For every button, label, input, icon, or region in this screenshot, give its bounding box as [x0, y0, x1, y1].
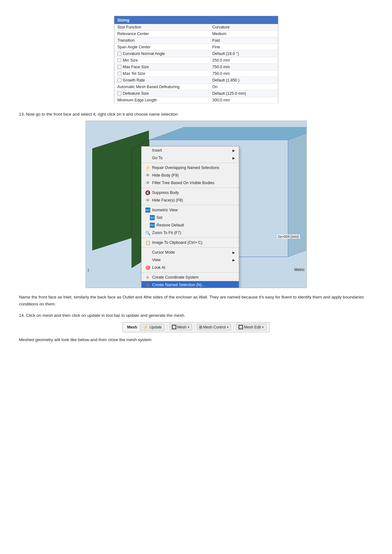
ctx-item-restore_default[interactable]: ISORestore Default [142, 221, 239, 229]
sizing-row-label: Curvature Normal Angle [114, 51, 209, 57]
context-menu-screenshot: + InsertGo To⚡Repair Overlapping Named S… [86, 121, 307, 288]
ctx-item-hide_body[interactable]: 👁Hide Body (F9) [142, 172, 239, 179]
empty-icon [145, 250, 150, 255]
empty-icon [145, 257, 150, 262]
ctx-item-goto[interactable]: Go To [142, 154, 239, 162]
filter-icon: 👁 [145, 180, 150, 185]
ctx-item-label: Filter Tree Based On Visible Bodies [152, 181, 214, 185]
step13-text: 13. Now go to the front face and select … [19, 111, 373, 117]
toolbar-sep2 [194, 324, 195, 330]
ctx-item-label: Look At [152, 265, 166, 270]
ctx-menu-separator [142, 272, 239, 273]
suppress-icon: 🔇 [145, 190, 150, 195]
hide-body-icon: 👁 [145, 173, 150, 178]
sizing-row-value: 250.0 mm [209, 57, 278, 64]
image-icon: 📋 [145, 240, 150, 245]
metric-label: Metric [294, 268, 305, 272]
ctx-item-repair[interactable]: ⚡Repair Overlapping Named Selections [142, 164, 239, 172]
ctx-item-suppress[interactable]: 🔇Suppress Body [142, 189, 239, 196]
ctx-item-label: Set [157, 215, 163, 220]
mesh-dropdown[interactable]: 🔲 Mesh ▼ [169, 324, 192, 330]
ctx-item-hide_face[interactable]: 👁Hide Face(s) (F8) [142, 196, 239, 204]
named-icon: ⊕ [145, 282, 150, 287]
sizing-row-label: Max Tet Size [114, 70, 209, 77]
restore-icon: ISO [150, 223, 155, 228]
iso-label: 1 [87, 268, 89, 272]
sizing-checkbox[interactable] [118, 92, 121, 95]
sizing-row-value: Medium [209, 31, 278, 37]
ctx-item-insert[interactable]: Insert [142, 147, 239, 154]
empty-icon [145, 148, 150, 153]
sizing-row-value: Fast [209, 37, 278, 44]
sizing-row-label: Defeature Size [114, 90, 209, 97]
sizing-table-header: Sizing [114, 16, 278, 24]
sizing-checkbox[interactable] [118, 65, 121, 69]
mesh-control-label: Mesh Control [203, 325, 226, 329]
sizing-table-section: Sizing Size FunctionCurvatureRelevance C… [114, 16, 278, 104]
lookat-icon: 🎯 [145, 265, 150, 270]
ctx-menu-separator [142, 247, 239, 248]
mesh-control-arrow: ▼ [226, 326, 229, 329]
ctx-item-zoom_to_fit[interactable]: 🔍Zoom To Fit (F7) [142, 229, 239, 237]
sizing-checkbox[interactable] [118, 72, 121, 75]
isometric-icon: ISO [145, 208, 150, 213]
step14-text: 14. Click on mesh and then click on upda… [19, 312, 373, 319]
ctx-item-label: Create Named Selection (N)... [152, 283, 205, 287]
ctx-item-label: Go To [152, 156, 163, 160]
mesh-edit-dropdown[interactable]: 🔲 Mesh Edit ▼ [236, 324, 266, 330]
mesh-dropdown-label: Mesh [177, 325, 186, 329]
toolbar-sep1 [167, 324, 167, 330]
ctx-menu-separator [142, 163, 239, 163]
ctx-item-label: Hide Face(s) (F8) [152, 198, 183, 202]
sizing-row-value: 300.0 mm [209, 97, 278, 104]
ctx-menu-separator [142, 205, 239, 205]
ctx-item-create_coord[interactable]: ✛Create Coordinate System [142, 274, 239, 281]
ctx-item-label: Cursor Mode [152, 250, 175, 255]
mesh-dropdown-arrow: ▼ [187, 326, 190, 329]
update-icon: ⚡ [143, 325, 148, 330]
mesh-edit-label: Mesh Edit [244, 325, 261, 329]
sizing-row-value: On [209, 84, 278, 90]
ctx-menu-separator [142, 188, 239, 188]
zoom-icon: 🔍 [145, 230, 150, 235]
ctx-item-create_named[interactable]: ⊕Create Named Selection (N)... [142, 281, 239, 288]
ctx-item-label: Create Coordinate System [152, 275, 199, 280]
cross-icon: + [135, 194, 138, 200]
mesh-control-dropdown[interactable]: ⊞ Mesh Control ▼ [197, 324, 231, 330]
mesh-toolbar: Mesh ⚡ Update 🔲 Mesh ▼ ⊞ Mesh Control ▼ … [123, 322, 269, 332]
ctx-item-label: Restore Default [157, 223, 184, 227]
sizing-row-label: Growth Rate [114, 77, 209, 84]
ctx-item-cursor_mode[interactable]: Cursor Mode [142, 249, 239, 256]
sizing-checkbox[interactable] [118, 52, 121, 56]
sizing-row-label: Relevance Center [114, 31, 209, 37]
ctx-menu-separator [142, 238, 239, 238]
sizing-row-label: Automatic Mesh Based Defeaturing [114, 84, 209, 90]
mesh-edit-icon: 🔲 [238, 325, 243, 329]
sizing-row-value: Fine [209, 44, 278, 51]
measure-label: 2e+004 (mm) [277, 234, 300, 239]
update-button[interactable]: ⚡ Update [140, 324, 165, 331]
ctx-item-image_clipboard[interactable]: 📋Image To Clipboard (Ctrl+ C) [142, 239, 239, 246]
sizing-checkbox[interactable] [118, 78, 121, 82]
mesh-control-icon: ⊞ [199, 325, 202, 329]
empty-icon [145, 155, 150, 160]
ctx-item-isometric[interactable]: ISOIsometric View [142, 206, 239, 214]
ctx-item-iso_set[interactable]: ISOSet [142, 214, 239, 221]
ctx-item-label: Zoom To Fit (F7) [152, 231, 181, 235]
sizing-checkbox[interactable] [118, 58, 121, 62]
hide-face-icon: 👁 [145, 198, 150, 203]
coord-icon: ✛ [145, 275, 150, 280]
sizing-row-label: Minimum Edge Length [114, 97, 209, 104]
sizing-row-label: Span Angle Center [114, 44, 209, 51]
ctx-item-view[interactable]: View [142, 256, 239, 264]
sizing-table: Sizing Size FunctionCurvatureRelevance C… [114, 16, 278, 104]
ctx-item-filter_tree[interactable]: 👁Filter Tree Based On Visible Bodies [142, 179, 239, 187]
sizing-row-label: Min Size [114, 57, 209, 64]
sizing-row-label: Transition [114, 37, 209, 44]
ctx-item-label: Insert [152, 148, 162, 153]
toolbar-sep3 [233, 324, 234, 330]
ctx-item-label: Isometric View [152, 208, 178, 212]
mesh-toolbar-label: Mesh [125, 325, 139, 329]
context-menu: InsertGo To⚡Repair Overlapping Named Sel… [141, 146, 239, 288]
ctx-item-look_at[interactable]: 🎯Look At [142, 264, 239, 271]
